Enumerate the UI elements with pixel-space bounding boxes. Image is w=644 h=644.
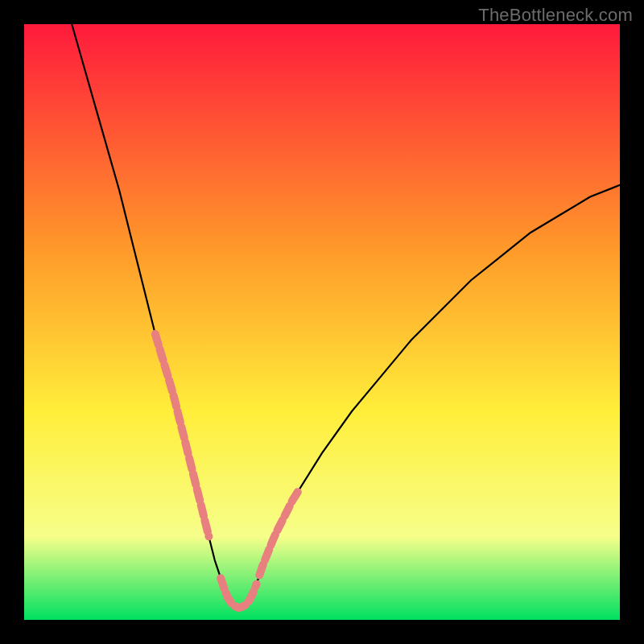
chart-frame: TheBottleneck.com <box>0 0 644 644</box>
watermark-text: TheBottleneck.com <box>478 5 633 26</box>
chart-svg <box>24 24 620 620</box>
gradient-background <box>24 24 620 620</box>
plot-area <box>24 24 620 620</box>
